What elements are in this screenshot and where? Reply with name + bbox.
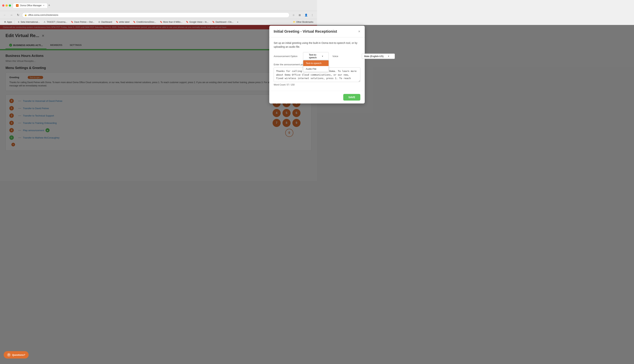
option-audio-file[interactable]: Audio File xyxy=(303,66,317,72)
dave-icon: 🔖 xyxy=(71,21,74,23)
bookmark-gvoice[interactable]: 🔖 Google Voice – In... xyxy=(185,20,210,24)
back-button[interactable]: ← xyxy=(2,12,7,18)
dashboard-icon: O xyxy=(98,21,101,23)
option-text-to-speech[interactable]: Text-to-speech xyxy=(303,60,317,66)
bookmark-dashboard[interactable]: O Dashboard xyxy=(97,20,114,24)
close-window-button[interactable] xyxy=(2,4,5,6)
apps-bookmark[interactable]: ⊞ Apps xyxy=(2,20,14,24)
star-button[interactable]: ☆ xyxy=(291,12,296,18)
lock-icon: 🔒 xyxy=(25,14,27,16)
dashboard-label: Dashboard xyxy=(101,21,112,23)
announcement-option-row: Announcement Option Text-to-speech ▼ Tex… xyxy=(274,52,317,60)
warning-icon: ⚠ xyxy=(43,21,46,23)
bookmark-creditunions[interactable]: 🔖 CreditUnionsDirec... xyxy=(132,20,158,24)
bookmark-million[interactable]: 🔖 More than 8 Millio... xyxy=(158,20,184,24)
cl-label: Dashboard ‹ Clo... xyxy=(216,21,233,23)
seta-icon: S xyxy=(17,21,20,23)
word-count: Word Count: 57 / 150 xyxy=(274,84,317,86)
modal-header: Initial Greeting - Virtual Receptionist … xyxy=(269,26,317,38)
mil-label: More than 8 Millio... xyxy=(163,21,183,23)
modal-description: Set up an initial greeting using the bui… xyxy=(274,41,317,49)
cu-label: CreditUnionsDirec... xyxy=(136,21,156,23)
wl-icon: 🔖 xyxy=(116,21,118,23)
cu-icon: 🔖 xyxy=(133,21,136,23)
bookmark-other[interactable]: 📁 Other Bookmarks xyxy=(291,20,315,24)
nav-right: ☆ ⊞ 👤 ⋮ xyxy=(291,12,315,18)
gv-label: Google Voice – In... xyxy=(189,21,209,23)
apps-icon: ⊞ xyxy=(4,21,6,23)
announcement-option-menu: Text-to-speech Audio File xyxy=(303,60,317,72)
gv-icon: 🔖 xyxy=(186,21,189,23)
bookmark-seta[interactable]: S Seta International... xyxy=(16,20,41,24)
bookmark-whitelabel[interactable]: 🔖 white label xyxy=(114,20,131,24)
bookmark-separator xyxy=(15,20,15,24)
modal-body: Set up an initial greeting using the bui… xyxy=(269,38,317,91)
window-controls xyxy=(2,4,11,6)
address-bar[interactable]: 🔒 office.ooma.com/v2/extensions xyxy=(22,12,289,18)
announcement-option-dropdown[interactable]: Text-to-speech ▼ xyxy=(303,52,317,60)
bookmark-dave[interactable]: 🔖 Dave Petree – Out... xyxy=(69,20,96,24)
new-tab-button[interactable]: + xyxy=(48,4,50,7)
cl-icon: 🔖 xyxy=(212,21,215,23)
modal-title: Initial Greeting - Virtual Receptionist xyxy=(274,29,317,34)
bookmark-more[interactable]: » xyxy=(236,20,240,24)
other-label: Other Bookmarks xyxy=(296,21,313,23)
folder-icon: 📁 xyxy=(293,21,296,23)
tab-favicon: O xyxy=(16,4,19,7)
seta-label: Seta International... xyxy=(21,21,40,23)
active-tab[interactable]: O Ooma Office Manager × xyxy=(13,3,48,8)
bookmark-cloudash[interactable]: 🔖 Dashboard ‹ Clo... xyxy=(211,20,235,24)
tab-title: Ooma Office Manager xyxy=(20,4,42,7)
tab-bar: O Ooma Office Manager × + xyxy=(13,3,315,8)
extensions-button[interactable]: ⊞ xyxy=(297,12,302,18)
mil-icon: 🔖 xyxy=(160,21,163,23)
modal-footer: SAVE xyxy=(269,91,317,104)
url-text: office.ooma.com/v2/extensions xyxy=(28,14,58,16)
menu-button[interactable]: ⋮ xyxy=(310,12,315,18)
maximize-window-button[interactable] xyxy=(9,4,11,6)
wl-label: white label xyxy=(119,21,130,23)
more-label: » xyxy=(237,21,238,23)
browser-chrome: O Ooma Office Manager × + xyxy=(0,0,317,11)
announcement-option-label: Announcement Option xyxy=(274,55,299,58)
nav-bar: ← → ↻ 🔒 office.ooma.com/v2/extensions ☆ … xyxy=(0,11,317,19)
refresh-button[interactable]: ↻ xyxy=(16,12,21,18)
apps-label: Apps xyxy=(7,21,12,23)
announcement-option-dropdown-wrapper: Text-to-speech ▼ Text-to-speech Audio Fi… xyxy=(303,52,317,60)
bookmark-tascet[interactable]: ⚠ TASCET | Governa... xyxy=(42,20,69,24)
modal-initial-greeting: Initial Greeting - Virtual Receptionist … xyxy=(269,26,317,104)
tab-close-button[interactable]: × xyxy=(43,4,45,7)
bookmarks-bar: ⊞ Apps S Seta International... ⚠ TASCET … xyxy=(0,19,317,25)
tascet-label: TASCET | Governa... xyxy=(47,21,67,23)
profile-button[interactable]: 👤 xyxy=(303,12,309,18)
dave-label: Dave Petree – Out... xyxy=(74,21,94,23)
forward-button[interactable]: → xyxy=(9,12,14,18)
announcement-option-value: Text-to-speech xyxy=(305,54,317,59)
minimize-window-button[interactable] xyxy=(6,4,8,6)
